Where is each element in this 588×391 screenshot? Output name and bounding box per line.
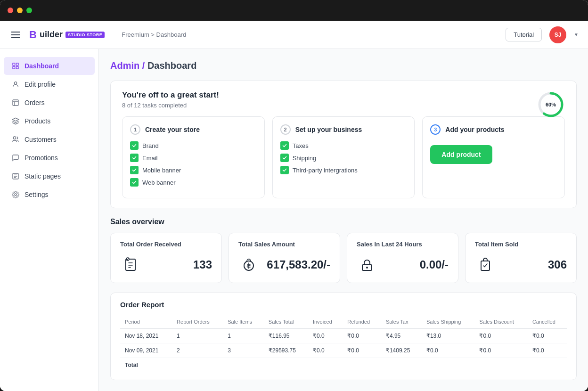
sidebar-item-customers[interactable]: Customers: [4, 130, 95, 148]
sidebar-item-orders[interactable]: Orders: [4, 94, 95, 112]
stat-card-sales-amount: Total Sales Amount 617,583.20/-: [229, 233, 340, 283]
svg-point-8: [15, 194, 16, 196]
task-number-2: 2: [280, 124, 291, 135]
table-total-row: Total: [120, 358, 567, 373]
dashboard-icon: [11, 62, 20, 70]
stat-icon-orders: [120, 254, 141, 275]
traffic-light-yellow[interactable]: [17, 8, 23, 13]
report-title: Order Report: [120, 301, 567, 309]
cell-total-1: ₹116.95: [264, 329, 308, 343]
cell-orders-1: 1: [172, 329, 223, 343]
svg-rect-0: [13, 63, 15, 65]
total-empty-5: [343, 358, 381, 373]
total-label: Total: [120, 358, 172, 373]
traffic-light-green[interactable]: [26, 8, 32, 13]
sidebar-label-orders: Orders: [24, 99, 45, 106]
cell-discount-2: ₹0.0: [474, 343, 527, 358]
sidebar-label-customers: Customers: [24, 136, 57, 143]
logo-area: B uilder STUDIO STORE: [29, 29, 105, 41]
task-card-3: 3 Add your products Add product: [422, 116, 565, 198]
task-card-2-header: 2 Set up your business: [280, 124, 407, 135]
total-empty-1: [172, 358, 223, 373]
col-report-orders: Report Orders: [172, 315, 223, 329]
check-icon-taxes: [280, 141, 289, 150]
task-item-label-mobile-banner: Mobile banner: [142, 167, 181, 174]
traffic-light-red[interactable]: [8, 8, 13, 13]
sidebar-label-edit-profile: Edit profile: [24, 81, 56, 88]
svg-rect-5: [13, 100, 18, 106]
sidebar-item-dashboard[interactable]: Dashboard: [4, 57, 95, 75]
sales-overview-title: Sales overview: [110, 218, 577, 226]
tutorial-button[interactable]: Tutorial: [506, 28, 542, 41]
app-container: B uilder STUDIO STORE Freemium > Dashboa…: [0, 21, 588, 391]
cell-refunded-1: ₹0.0: [343, 329, 381, 343]
svg-point-15: [366, 267, 368, 269]
cell-shipping-2: ₹0.0: [422, 343, 475, 358]
total-empty-7: [422, 358, 475, 373]
hamburger-button[interactable]: [9, 30, 22, 40]
sidebar-label-dashboard: Dashboard: [24, 62, 59, 70]
total-empty-6: [381, 358, 422, 373]
top-nav: B uilder STUDIO STORE Freemium > Dashboa…: [0, 21, 588, 49]
col-sales-tax: Sales Tax: [381, 315, 422, 329]
add-product-button[interactable]: Add product: [430, 145, 492, 164]
cell-cancelled-2: ₹0.0: [528, 343, 567, 358]
progress-section: You're off to a great start! 8 of 12 tas…: [110, 81, 577, 208]
total-empty-9: [528, 358, 567, 373]
svg-rect-1: [16, 63, 18, 65]
cell-invoiced-1: ₹0.0: [308, 329, 343, 343]
check-icon-shipping: [280, 154, 289, 162]
main-content: Admin / Dashboard You're off to a great …: [99, 49, 588, 391]
avatar-caret-icon[interactable]: ▼: [574, 32, 579, 37]
cell-total-2: ₹29593.75: [264, 343, 308, 358]
task-item-label-email: Email: [142, 155, 158, 162]
task-number-3: 3: [430, 124, 441, 135]
page-title-admin: Admin: [110, 60, 139, 71]
col-sales-discount: Sales Discount: [474, 315, 527, 329]
cell-refunded-2: ₹0.0: [343, 343, 381, 358]
check-icon-third-party: [280, 166, 289, 174]
sidebar: Dashboard Edit profile Orders: [0, 49, 99, 391]
sidebar-item-promotions[interactable]: Promotions: [4, 149, 95, 167]
task-item-label-brand: Brand: [142, 142, 159, 149]
stat-label-orders: Total Order Received: [120, 241, 212, 248]
sidebar-item-static-pages[interactable]: Static pages: [4, 167, 95, 185]
task-item-label-web-banner: Web banner: [142, 179, 176, 186]
col-refunded: Refunded: [343, 315, 381, 329]
stat-bottom-last-24h: 0.00/-: [357, 254, 449, 275]
task-item-label-third-party: Third-party intergrations: [293, 167, 358, 174]
table-row: Nov 18, 2021 1 1 ₹116.95 ₹0.0 ₹0.0 ₹4.95…: [120, 329, 567, 343]
sidebar-item-settings[interactable]: Settings: [4, 186, 95, 204]
task-item-label-shipping: Shipping: [293, 155, 317, 162]
progress-circle: 60%: [537, 90, 565, 119]
task-card-2: 2 Set up your business Taxes: [272, 116, 415, 198]
task-item-third-party: Third-party intergrations: [280, 166, 407, 174]
cell-tax-1: ₹4.95: [381, 329, 422, 343]
task-item-shipping: Shipping: [280, 154, 407, 162]
sidebar-item-edit-profile[interactable]: Edit profile: [4, 75, 95, 93]
sidebar-label-promotions: Promotions: [24, 154, 58, 162]
page-title: Admin / Dashboard: [110, 60, 577, 71]
cell-discount-1: ₹0.0: [474, 329, 527, 343]
stat-value-last-24h: 0.00/-: [420, 258, 449, 271]
task-item-email: Email: [130, 154, 257, 162]
sidebar-item-products[interactable]: Products: [4, 112, 95, 130]
task-item-web-banner: Web banner: [130, 178, 257, 187]
stat-value-orders: 133: [193, 258, 212, 271]
total-empty-4: [308, 358, 343, 373]
cell-items-2: 3: [223, 343, 264, 358]
avatar[interactable]: SJ: [549, 26, 566, 43]
total-empty-3: [264, 358, 308, 373]
task-item-label-taxes: Taxes: [293, 142, 309, 149]
svg-point-6: [13, 137, 16, 139]
svg-point-4: [14, 82, 16, 84]
task-item-mobile-banner: Mobile banner: [130, 166, 257, 174]
task-title-1: Create your store: [145, 126, 200, 133]
cell-shipping-1: ₹13.0: [422, 329, 475, 343]
total-empty-2: [223, 358, 264, 373]
settings-icon: [11, 190, 20, 199]
stat-value-sales-amount: 617,583.20/-: [267, 258, 330, 271]
promotions-icon: [11, 154, 20, 162]
cell-period-1: Nov 18, 2021: [120, 329, 172, 343]
progress-heading: You're off to a great start!: [122, 90, 565, 100]
